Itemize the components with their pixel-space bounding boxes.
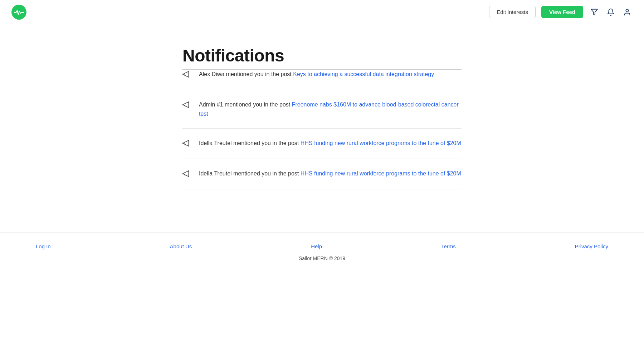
user-button[interactable] xyxy=(622,7,633,18)
notification-link[interactable]: HHS funding new rural workforce programs… xyxy=(301,170,461,176)
filter-button[interactable] xyxy=(589,7,600,18)
svg-marker-1 xyxy=(591,9,597,15)
megaphone-icon xyxy=(182,139,190,149)
notification-item: Idella Treutel mentioned you in the post… xyxy=(182,159,462,189)
header-actions: Edit Interests View Feed xyxy=(489,6,633,18)
main-content: Notifications Alex Diwa mentioned you in… xyxy=(175,24,469,204)
footer-link[interactable]: About Us xyxy=(170,243,192,249)
footer-link-item: Terms xyxy=(441,243,456,250)
notification-text: Admin #1 mentioned you in the post Freen… xyxy=(199,100,462,118)
footer-link-item: Help xyxy=(311,243,322,250)
svg-point-2 xyxy=(626,9,628,11)
notification-link[interactable]: Freenome nabs $160M to advance blood-bas… xyxy=(199,101,459,117)
notification-link[interactable]: HHS funding new rural workforce programs… xyxy=(301,140,461,146)
filter-icon xyxy=(590,8,598,16)
footer-link[interactable]: Privacy Policy xyxy=(575,243,608,249)
footer-link-item: Log In xyxy=(36,243,51,250)
logo xyxy=(11,5,26,20)
notification-text: Idella Treutel mentioned you in the post… xyxy=(199,169,461,178)
edit-interests-button[interactable]: Edit Interests xyxy=(489,6,536,18)
notification-link[interactable]: Keys to achieving a successful data inte… xyxy=(293,71,434,77)
footer-link-item: About Us xyxy=(170,243,192,250)
logo-icon xyxy=(11,5,26,20)
footer-links: Log InAbout UsHelpTermsPrivacy Policy xyxy=(36,243,608,250)
notification-text: Idella Treutel mentioned you in the post… xyxy=(199,139,461,148)
bell-icon xyxy=(607,8,615,16)
notification-item: Alex Diwa mentioned you in the post Keys… xyxy=(182,70,462,90)
user-icon xyxy=(623,8,631,16)
notifications-button[interactable] xyxy=(605,7,616,18)
footer: Log InAbout UsHelpTermsPrivacy Policy Sa… xyxy=(0,232,644,272)
footer-link[interactable]: Log In xyxy=(36,243,51,249)
megaphone-icon xyxy=(182,70,190,80)
header: Edit Interests View Feed xyxy=(0,0,644,24)
notification-item: Idella Treutel mentioned you in the post… xyxy=(182,129,462,159)
footer-link-item: Privacy Policy xyxy=(575,243,608,250)
notifications-list: Alex Diwa mentioned you in the post Keys… xyxy=(182,70,462,189)
footer-copyright: Sailor MERN © 2019 xyxy=(21,255,623,261)
notification-item: Admin #1 mentioned you in the post Freen… xyxy=(182,90,462,129)
notification-text: Alex Diwa mentioned you in the post Keys… xyxy=(199,70,434,79)
footer-link[interactable]: Help xyxy=(311,243,322,249)
megaphone-icon xyxy=(182,170,190,179)
view-feed-button[interactable]: View Feed xyxy=(541,6,583,18)
footer-link[interactable]: Terms xyxy=(441,243,456,249)
page-title: Notifications xyxy=(182,46,462,65)
megaphone-icon xyxy=(182,101,190,110)
